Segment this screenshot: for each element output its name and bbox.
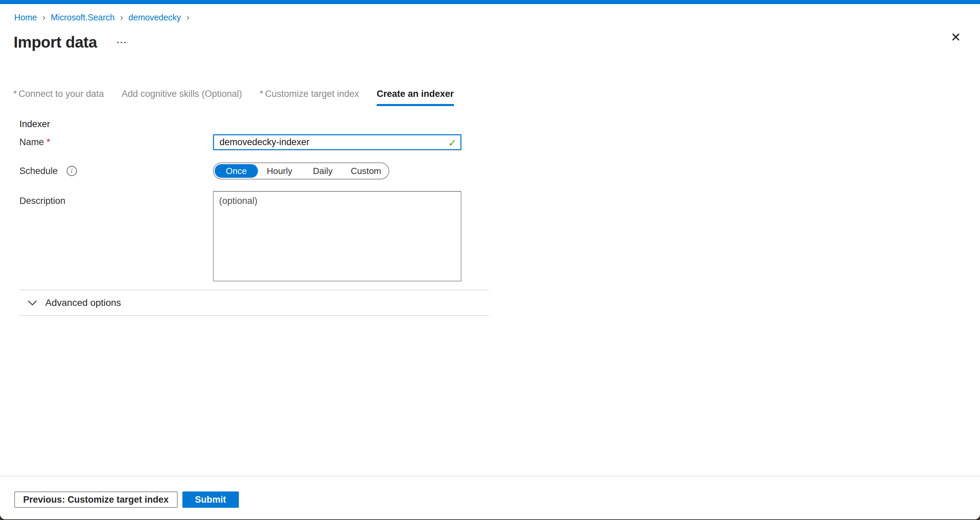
top-accent-bar <box>0 0 980 4</box>
schedule-row: Schedule i Once Hourly Daily Custom <box>19 162 980 179</box>
tab-label: Create an indexer <box>377 89 454 99</box>
tab-label: Add cognitive skills (Optional) <box>121 89 242 99</box>
breadcrumb-home[interactable]: Home <box>14 13 37 22</box>
schedule-label: Schedule i <box>19 166 213 176</box>
name-row: Name* ✓ <box>19 134 980 150</box>
valid-check-icon: ✓ <box>448 137 457 149</box>
schedule-option-hourly[interactable]: Hourly <box>258 164 301 178</box>
name-label: Name* <box>19 137 213 147</box>
description-row: Description <box>19 191 980 281</box>
advanced-options-label: Advanced options <box>45 297 121 308</box>
description-textarea[interactable] <box>213 191 461 281</box>
schedule-option-once[interactable]: Once <box>215 164 258 178</box>
advanced-options-section: Advanced options <box>19 290 488 316</box>
chevron-right-icon: › <box>43 12 46 23</box>
close-icon[interactable]: ✕ <box>950 30 962 45</box>
indexer-name-input[interactable] <box>213 134 461 150</box>
wizard-tabs: *Connect to your data Add cognitive skil… <box>13 89 980 106</box>
tab-add-cognitive-skills[interactable]: Add cognitive skills (Optional) <box>121 89 242 106</box>
more-options-icon[interactable]: ⋯ <box>116 36 128 49</box>
tab-label: Customize target index <box>265 89 359 99</box>
breadcrumb-microsoft-search[interactable]: Microsoft.Search <box>51 13 115 22</box>
footer-bar: Previous: Customize target index Submit <box>0 476 980 519</box>
schedule-label-text: Schedule <box>19 166 58 176</box>
schedule-option-daily[interactable]: Daily <box>301 164 344 178</box>
name-label-text: Name <box>19 137 44 147</box>
divider <box>19 315 488 316</box>
submit-button[interactable]: Submit <box>182 491 239 508</box>
import-data-panel: Home › Microsoft.Search › demovedecky › … <box>0 0 980 519</box>
breadcrumb-demovedecky[interactable]: demovedecky <box>129 13 181 22</box>
tab-customize-target-index[interactable]: *Customize target index <box>259 89 359 106</box>
breadcrumb: Home › Microsoft.Search › demovedecky › <box>14 12 980 23</box>
chevron-down-icon <box>27 300 37 306</box>
tab-label: Connect to your data <box>19 89 104 99</box>
required-marker: * <box>13 89 17 99</box>
chevron-right-icon: › <box>186 12 189 23</box>
advanced-options-toggle[interactable]: Advanced options <box>19 290 488 315</box>
required-marker: * <box>47 137 50 147</box>
page-title: Import data <box>14 33 97 51</box>
description-label: Description <box>19 191 213 206</box>
tab-connect-to-your-data[interactable]: *Connect to your data <box>13 89 104 106</box>
chevron-right-icon: › <box>120 12 123 23</box>
indexer-form: Indexer Name* ✓ Schedule i Once Hourly D… <box>19 119 980 281</box>
previous-step-button[interactable]: Previous: Customize target index <box>14 491 178 508</box>
required-marker: * <box>259 89 263 99</box>
header: Import data ⋯ <box>14 33 980 51</box>
tab-create-an-indexer[interactable]: Create an indexer <box>377 89 454 106</box>
schedule-segmented-control: Once Hourly Daily Custom <box>213 162 389 179</box>
schedule-option-custom[interactable]: Custom <box>344 164 388 178</box>
section-label-indexer: Indexer <box>19 119 980 130</box>
info-icon[interactable]: i <box>67 166 77 176</box>
